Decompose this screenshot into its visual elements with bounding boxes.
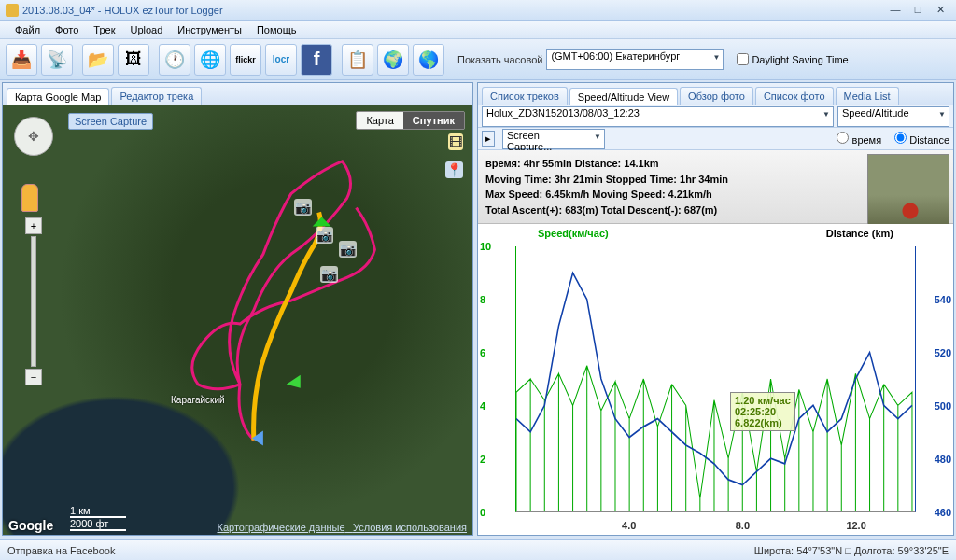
menu-file[interactable]: Файл bbox=[7, 22, 48, 37]
radio-distance[interactable]: Distance bbox=[889, 132, 949, 146]
map-attribution[interactable]: Картографические данные Условия использо… bbox=[217, 522, 467, 533]
left-tabs: Карта Google Map Редактор трека bbox=[3, 83, 472, 105]
menu-tools[interactable]: Инструменты bbox=[170, 22, 249, 37]
tab-track-list[interactable]: Список треков bbox=[482, 87, 568, 105]
right-panel: Список треков Speed/Altitude View Обзор … bbox=[477, 82, 954, 536]
tab-media-list[interactable]: Media List bbox=[836, 87, 899, 105]
minimize-button[interactable]: — bbox=[885, 4, 906, 17]
right-tabs: Список треков Speed/Altitude View Обзор … bbox=[478, 83, 953, 105]
expand-button[interactable]: ▸ bbox=[482, 131, 495, 147]
chart-tooltip: 1.20 км/час 02:25:20 6.822(km) bbox=[730, 392, 795, 431]
tab-photo-overview[interactable]: Обзор фото bbox=[680, 87, 753, 105]
tool-locr-icon[interactable]: locr bbox=[265, 44, 297, 76]
tool-facebook-icon[interactable]: f bbox=[301, 44, 332, 76]
map-type-switch: Карта Спутник bbox=[356, 111, 465, 130]
zoom-in-button[interactable]: + bbox=[25, 217, 42, 234]
chart-title-speed: Speed(км/час) bbox=[538, 228, 609, 239]
close-button[interactable]: ✕ bbox=[930, 4, 950, 17]
plot-area bbox=[515, 246, 916, 512]
main-split: Карта Google Map Редактор трека ★ 📷 📷 📷 … bbox=[0, 80, 956, 538]
zoom-slider[interactable] bbox=[31, 236, 36, 367]
chart-title-distance: Distance (km) bbox=[826, 228, 893, 239]
timezone-select[interactable]: (GMT+06:00) Екатеринбург bbox=[546, 49, 724, 70]
photo-marker-icon[interactable]: 📷 bbox=[339, 241, 357, 258]
timezone-label: Показать часовой bbox=[457, 54, 542, 65]
tab-google-map[interactable]: Карта Google Map bbox=[7, 88, 109, 105]
photo-marker-icon[interactable]: 📷 bbox=[294, 199, 312, 216]
chart-mode-select[interactable]: Speed/Altitude bbox=[837, 106, 949, 127]
map-view[interactable]: ★ 📷 📷 📷 📷 🎞 📍 Screen Capture Карта Спутн… bbox=[3, 105, 472, 535]
gps-track: ★ bbox=[3, 105, 472, 533]
svg-marker-0 bbox=[287, 375, 301, 388]
track-selector-bar: Holux_ZD3N152013/08/03_12:23 Speed/Altit… bbox=[478, 105, 953, 128]
maximize-button[interactable]: □ bbox=[907, 4, 928, 17]
photo-marker-icon[interactable]: 📷 bbox=[316, 227, 333, 244]
chart-titles: Speed(км/час) Distance (km) bbox=[482, 228, 949, 239]
radio-time[interactable]: время bbox=[831, 132, 881, 146]
menu-upload[interactable]: Upload bbox=[122, 22, 170, 37]
screen-capture2-button[interactable]: Screen Capture... bbox=[502, 129, 605, 149]
track-select[interactable]: Holux_ZD3N152013/08/03_12:23 bbox=[482, 106, 834, 127]
place-label: Карагайский bbox=[171, 395, 225, 405]
menu-track[interactable]: Трек bbox=[86, 22, 122, 37]
tool-folder-icon[interactable]: 📂 bbox=[82, 44, 114, 76]
statusbar: Отправка на Facebook Широта: 54°7'53"N □… bbox=[0, 539, 956, 560]
toolbar: 📥 📡 📂 🖼 🕐 🌐 flickr locr f 📋 🌍 🌎 Показать… bbox=[0, 39, 956, 80]
speed-altitude-chart[interactable]: Speed(км/час) Distance (km) 1.20 км/час … bbox=[478, 224, 953, 535]
menu-help[interactable]: Помощь bbox=[249, 22, 304, 37]
chart-options-bar: ▸ Screen Capture... время Distance bbox=[478, 128, 953, 150]
photo-marker-icon[interactable]: 📷 bbox=[320, 266, 338, 283]
status-left: Отправка на Facebook bbox=[7, 545, 115, 556]
pin-marker-icon[interactable]: 📍 bbox=[445, 161, 463, 178]
tab-track-editor[interactable]: Редактор трека bbox=[111, 87, 202, 105]
tool-export-icon[interactable]: 📋 bbox=[342, 44, 373, 76]
tab-photo-list[interactable]: Список фото bbox=[755, 87, 834, 105]
tool-flickr-icon[interactable]: flickr bbox=[230, 44, 261, 76]
screen-capture-button[interactable]: Screen Capture bbox=[68, 113, 153, 130]
dst-checkbox-input[interactable] bbox=[737, 53, 749, 65]
tab-speed-altitude[interactable]: Speed/Altitude View bbox=[569, 88, 678, 105]
tool-earth-icon[interactable]: 🌍 bbox=[377, 44, 409, 76]
dst-checkbox[interactable]: Daylight Saving Time bbox=[737, 53, 848, 65]
zoom-out-button[interactable]: − bbox=[25, 369, 42, 385]
track-stats: время: 4hr 55min Distance: 14.1km Moving… bbox=[478, 150, 953, 224]
streetview-pegman-icon[interactable] bbox=[21, 184, 38, 212]
maptype-satellite[interactable]: Спутник bbox=[403, 112, 464, 129]
left-panel: Карта Google Map Редактор трека ★ 📷 📷 📷 … bbox=[2, 82, 473, 536]
tool-photos-icon[interactable]: 🖼 bbox=[118, 44, 149, 76]
maptype-map[interactable]: Карта bbox=[357, 112, 402, 129]
app-icon bbox=[6, 4, 19, 17]
zoom-control: + − bbox=[25, 217, 42, 385]
tool-globe-icon[interactable]: 🌐 bbox=[194, 44, 226, 76]
tool-import-icon[interactable]: 📥 bbox=[6, 44, 37, 76]
menubar: Файл Фото Трек Upload Инструменты Помощь bbox=[0, 21, 956, 39]
status-coords: Широта: 54°7'53"N □ Долгота: 59°33'25"E bbox=[754, 545, 949, 556]
menu-photo[interactable]: Фото bbox=[48, 22, 86, 37]
tool-earth2-icon[interactable]: 🌎 bbox=[413, 44, 444, 76]
titlebar: 2013.08.03_04* - HOLUX ezTour for Logger… bbox=[0, 0, 956, 21]
window-title: 2013.08.03_04* - HOLUX ezTour for Logger bbox=[22, 5, 223, 16]
film-marker-icon[interactable]: 🎞 bbox=[448, 133, 463, 150]
tool-device-icon[interactable]: 📡 bbox=[41, 44, 73, 76]
pan-control[interactable]: ✥ bbox=[14, 117, 53, 156]
tool-clock-icon[interactable]: 🕐 bbox=[159, 44, 190, 76]
google-logo: Google bbox=[8, 518, 53, 533]
map-scale: 1 км 2000 фт bbox=[70, 505, 126, 531]
